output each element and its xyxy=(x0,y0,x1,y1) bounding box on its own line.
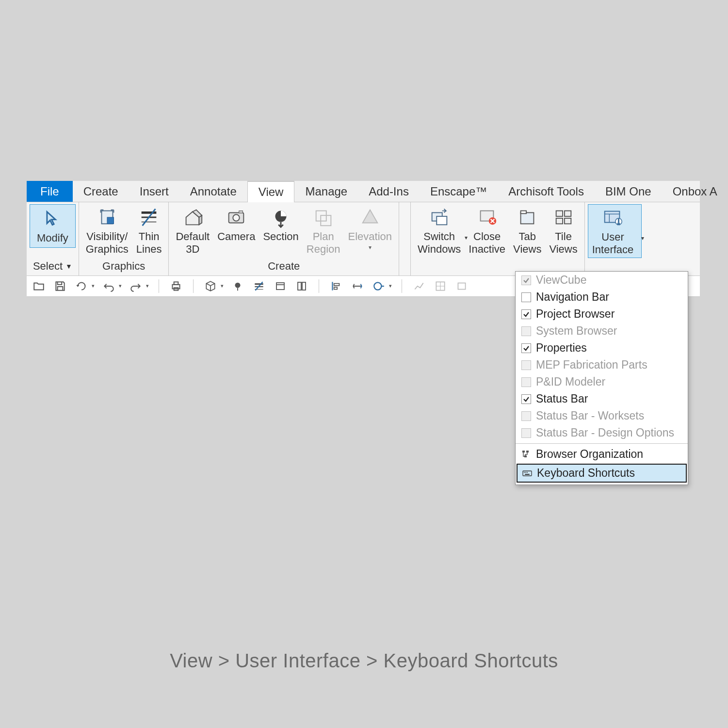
tag-icon[interactable] xyxy=(372,279,386,293)
caret-icon[interactable]: ▾ xyxy=(146,283,149,289)
svg-rect-22 xyxy=(556,218,562,224)
modify-label: Modify xyxy=(37,232,68,244)
open-icon[interactable] xyxy=(32,279,46,293)
sw-line2: Windows xyxy=(418,243,461,256)
dd-item-pid: P&ID Modeler xyxy=(516,373,688,390)
tab-addins[interactable]: Add-Ins xyxy=(358,181,420,202)
svg-rect-55 xyxy=(524,455,527,457)
tab-archisoft[interactable]: Archisoft Tools xyxy=(498,181,595,202)
svg-point-7 xyxy=(233,214,240,221)
checkbox-checked-icon[interactable] xyxy=(521,309,531,319)
tab-onbox[interactable]: Onbox A xyxy=(662,181,728,202)
svg-rect-1 xyxy=(107,217,113,224)
close-inactive-button[interactable]: Close Inactive xyxy=(465,204,509,257)
grid-icon xyxy=(433,279,448,293)
print-icon[interactable] xyxy=(169,279,183,293)
caret-icon[interactable]: ▾ xyxy=(92,283,95,289)
tab-view[interactable]: View xyxy=(247,181,295,202)
keyboard-icon xyxy=(522,469,532,478)
thin-lines-button[interactable]: Thin Lines xyxy=(132,204,166,257)
tab-views-icon xyxy=(516,206,538,228)
caret-icon[interactable]: ▾ xyxy=(221,283,224,289)
tab-file[interactable]: File xyxy=(27,181,73,202)
panel-windows: Switch Windows ▾ Close Inactive xyxy=(411,202,585,275)
visibility-graphics-button[interactable]: Visibility/ Graphics xyxy=(82,204,132,257)
thin-line1: Thin xyxy=(139,230,160,243)
section-small-icon[interactable] xyxy=(230,279,245,293)
tile-line2: Views xyxy=(549,243,577,256)
cube-icon[interactable] xyxy=(203,279,218,293)
caret-icon[interactable]: ▾ xyxy=(389,283,392,289)
panel-select-footer[interactable]: Select ▼ xyxy=(27,258,79,275)
svg-rect-31 xyxy=(174,282,178,284)
undo-icon[interactable] xyxy=(101,279,116,293)
caption-text: View > User Interface > Keyboard Shortcu… xyxy=(0,650,728,672)
user-interface-button[interactable]: User Interface ▾ xyxy=(588,204,642,258)
svg-rect-44 xyxy=(334,283,340,285)
modify-button[interactable]: Modify xyxy=(30,204,76,248)
tab-enscape[interactable]: Enscape™ xyxy=(420,181,498,202)
elevation-icon xyxy=(359,206,381,228)
close-inactive-icon xyxy=(476,206,498,228)
dd-label: Navigation Bar xyxy=(536,291,609,304)
house-3d-icon xyxy=(181,206,204,228)
ribbon: Modify Select ▼ xyxy=(27,202,700,276)
panel-graphics-label: Graphics xyxy=(79,258,169,275)
save-icon[interactable] xyxy=(53,279,67,293)
panel-create-label: Create xyxy=(169,258,399,275)
tab-create[interactable]: Create xyxy=(73,181,129,202)
dropdown-caret-icon: ▼ xyxy=(65,262,72,270)
tab-insert[interactable]: Insert xyxy=(129,181,179,202)
dd-label: Properties xyxy=(536,341,587,355)
caret-icon[interactable]: ▾ xyxy=(119,283,122,289)
measure-icon[interactable] xyxy=(350,279,365,293)
checkbox-checked-icon[interactable] xyxy=(521,394,531,404)
dd-item-statusbar[interactable]: Status Bar xyxy=(516,390,688,407)
svg-rect-28 xyxy=(618,219,619,223)
default-3d-button[interactable]: Default 3D xyxy=(172,204,213,257)
checkbox-checked-icon[interactable] xyxy=(521,343,531,353)
svg-marker-13 xyxy=(362,210,377,223)
panel-ui: User Interface ▾ xyxy=(585,202,645,275)
dropdown-caret-icon: ▾ xyxy=(641,235,644,242)
sync-icon[interactable] xyxy=(74,279,89,293)
dd-item-navbar[interactable]: Navigation Bar xyxy=(516,289,688,306)
dd-label: Project Browser xyxy=(536,307,615,321)
tv-line2: Views xyxy=(513,243,541,256)
svg-point-47 xyxy=(374,282,381,290)
elev-label: Elevation xyxy=(348,230,392,243)
dd-item-browser-org[interactable]: Browser Organization xyxy=(516,446,688,463)
tile-views-button[interactable]: Tile Views xyxy=(545,204,581,257)
dd-item-sb-worksets: Status Bar - Worksets xyxy=(516,407,688,424)
cursor-icon xyxy=(41,208,64,230)
elevation-button: Elevation ▾ xyxy=(344,204,396,252)
checkbox-icon[interactable] xyxy=(521,292,531,302)
dd-item-project-browser[interactable]: Project Browser xyxy=(516,306,688,323)
switch-windows-button[interactable]: Switch Windows ▾ xyxy=(414,204,465,257)
dd-item-sb-design: Status Bar - Design Options xyxy=(516,424,688,441)
panel-spacer xyxy=(399,202,411,275)
camera-button[interactable]: Camera xyxy=(213,204,259,257)
section-button[interactable]: Section xyxy=(259,204,302,257)
thinlines-small-icon[interactable] xyxy=(252,279,266,293)
dropdown-caret-icon: ▾ xyxy=(369,244,372,251)
ui-line2: Interface xyxy=(592,243,634,256)
menu-separator xyxy=(516,443,688,444)
split-icon[interactable] xyxy=(294,279,309,293)
align-icon[interactable] xyxy=(329,279,343,293)
svg-rect-42 xyxy=(302,282,306,290)
dd-label: Status Bar xyxy=(536,392,588,405)
dd-item-keyboard-shortcuts[interactable]: Keyboard Shortcuts xyxy=(517,464,687,483)
tab-manage[interactable]: Manage xyxy=(294,181,358,202)
panel-create: Default 3D Camera xyxy=(169,202,399,275)
tab-views-button[interactable]: Tab Views xyxy=(509,204,545,257)
checkbox-icon xyxy=(521,428,531,438)
redo-icon[interactable] xyxy=(129,279,143,293)
tab-annotate[interactable]: Annotate xyxy=(179,181,247,202)
plan-region-button: Plan Region xyxy=(303,204,344,257)
dd-item-properties[interactable]: Properties xyxy=(516,340,688,356)
window-icon[interactable] xyxy=(273,279,288,293)
tab-bimone[interactable]: BIM One xyxy=(595,181,662,202)
svg-rect-23 xyxy=(564,218,570,224)
camera-label: Camera xyxy=(217,230,255,243)
